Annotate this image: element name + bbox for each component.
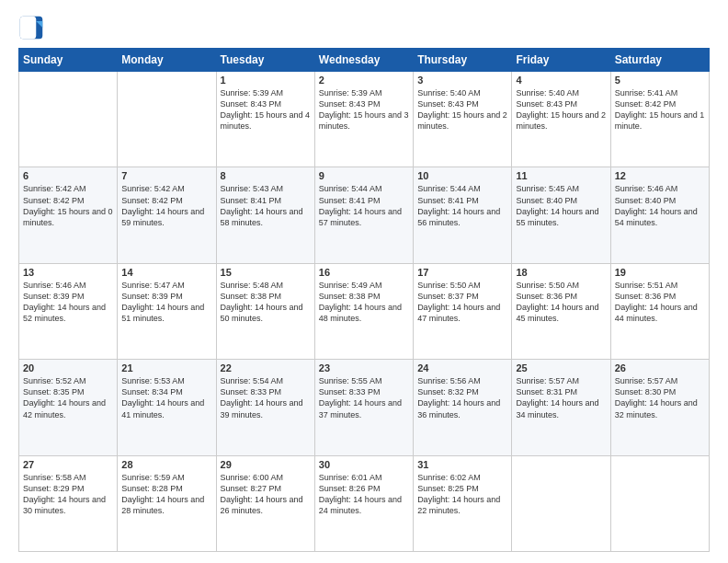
- day-info: Sunrise: 5:43 AMSunset: 8:41 PMDaylight:…: [221, 183, 311, 228]
- day-number: 20: [23, 362, 113, 373]
- day-info: Sunrise: 5:40 AMSunset: 8:43 PMDaylight:…: [516, 87, 606, 132]
- calendar-cell: 23Sunrise: 5:55 AMSunset: 8:33 PMDayligh…: [314, 360, 413, 455]
- page: SundayMondayTuesdayWednesdayThursdayFrid…: [0, 0, 728, 563]
- calendar-week-3: 13Sunrise: 5:46 AMSunset: 8:39 PMDayligh…: [19, 263, 710, 359]
- day-header-wednesday: Wednesday: [314, 49, 413, 72]
- day-info: Sunrise: 5:47 AMSunset: 8:39 PMDaylight:…: [121, 280, 211, 325]
- calendar-cell: 21Sunrise: 5:53 AMSunset: 8:34 PMDayligh…: [118, 360, 216, 455]
- calendar-cell: 29Sunrise: 6:00 AMSunset: 8:27 PMDayligh…: [216, 455, 314, 551]
- day-info: Sunrise: 5:39 AMSunset: 8:43 PMDaylight:…: [221, 87, 311, 132]
- day-info: Sunrise: 5:51 AMSunset: 8:36 PMDaylight:…: [615, 280, 705, 325]
- day-header-monday: Monday: [118, 49, 216, 72]
- day-number: 9: [319, 170, 409, 181]
- day-number: 8: [221, 170, 311, 181]
- day-info: Sunrise: 6:02 AMSunset: 8:25 PMDaylight:…: [417, 472, 507, 517]
- calendar-cell: 27Sunrise: 5:58 AMSunset: 8:29 PMDayligh…: [19, 455, 118, 551]
- day-header-thursday: Thursday: [414, 49, 512, 72]
- day-info: Sunrise: 5:53 AMSunset: 8:34 PMDaylight:…: [121, 375, 211, 420]
- day-number: 17: [417, 267, 507, 278]
- day-number: 7: [121, 170, 211, 181]
- day-info: Sunrise: 5:41 AMSunset: 8:42 PMDaylight:…: [615, 87, 705, 132]
- day-number: 22: [221, 362, 311, 373]
- calendar-cell: [118, 72, 216, 167]
- day-info: Sunrise: 5:46 AMSunset: 8:39 PMDaylight:…: [23, 280, 113, 325]
- day-info: Sunrise: 5:48 AMSunset: 8:38 PMDaylight:…: [221, 280, 311, 325]
- day-number: 14: [121, 267, 211, 278]
- calendar-cell: 11Sunrise: 5:45 AMSunset: 8:40 PMDayligh…: [512, 167, 610, 263]
- calendar-cell: 17Sunrise: 5:50 AMSunset: 8:37 PMDayligh…: [414, 263, 512, 359]
- day-number: 26: [615, 362, 705, 373]
- day-number: 12: [615, 170, 705, 181]
- calendar-week-5: 27Sunrise: 5:58 AMSunset: 8:29 PMDayligh…: [19, 455, 710, 551]
- calendar-cell: 5Sunrise: 5:41 AMSunset: 8:42 PMDaylight…: [610, 72, 709, 167]
- calendar-cell: 16Sunrise: 5:49 AMSunset: 8:38 PMDayligh…: [314, 263, 413, 359]
- calendar-cell: 6Sunrise: 5:42 AMSunset: 8:42 PMDaylight…: [19, 167, 118, 263]
- day-number: 27: [23, 459, 113, 470]
- calendar-cell: 9Sunrise: 5:44 AMSunset: 8:41 PMDaylight…: [314, 167, 413, 263]
- day-info: Sunrise: 5:46 AMSunset: 8:40 PMDaylight:…: [615, 183, 705, 228]
- day-header-tuesday: Tuesday: [216, 49, 314, 72]
- calendar-cell: 14Sunrise: 5:47 AMSunset: 8:39 PMDayligh…: [118, 263, 216, 359]
- calendar-cell: 28Sunrise: 5:59 AMSunset: 8:28 PMDayligh…: [118, 455, 216, 551]
- day-number: 4: [516, 75, 606, 86]
- calendar-cell: [512, 455, 610, 551]
- calendar-cell: 25Sunrise: 5:57 AMSunset: 8:31 PMDayligh…: [512, 360, 610, 455]
- calendar-cell: 13Sunrise: 5:46 AMSunset: 8:39 PMDayligh…: [19, 263, 118, 359]
- logo-icon: [18, 15, 44, 40]
- calendar-header-row: SundayMondayTuesdayWednesdayThursdayFrid…: [19, 49, 710, 72]
- day-number: 18: [516, 267, 606, 278]
- day-info: Sunrise: 5:42 AMSunset: 8:42 PMDaylight:…: [121, 183, 211, 228]
- calendar-cell: 10Sunrise: 5:44 AMSunset: 8:41 PMDayligh…: [414, 167, 512, 263]
- day-number: 28: [121, 459, 211, 470]
- svg-rect-2: [20, 17, 37, 40]
- calendar-week-2: 6Sunrise: 5:42 AMSunset: 8:42 PMDaylight…: [19, 167, 710, 263]
- day-info: Sunrise: 5:44 AMSunset: 8:41 PMDaylight:…: [417, 183, 507, 228]
- day-info: Sunrise: 5:56 AMSunset: 8:32 PMDaylight:…: [417, 375, 507, 420]
- day-info: Sunrise: 5:57 AMSunset: 8:31 PMDaylight:…: [516, 375, 606, 420]
- header: [18, 15, 710, 40]
- day-info: Sunrise: 5:42 AMSunset: 8:42 PMDaylight:…: [23, 183, 113, 228]
- calendar-cell: 22Sunrise: 5:54 AMSunset: 8:33 PMDayligh…: [216, 360, 314, 455]
- day-number: 21: [121, 362, 211, 373]
- calendar-cell: 7Sunrise: 5:42 AMSunset: 8:42 PMDaylight…: [118, 167, 216, 263]
- calendar-cell: 19Sunrise: 5:51 AMSunset: 8:36 PMDayligh…: [610, 263, 709, 359]
- day-number: 23: [319, 362, 409, 373]
- calendar-cell: 4Sunrise: 5:40 AMSunset: 8:43 PMDaylight…: [512, 72, 610, 167]
- calendar-cell: 30Sunrise: 6:01 AMSunset: 8:26 PMDayligh…: [314, 455, 413, 551]
- calendar-cell: 24Sunrise: 5:56 AMSunset: 8:32 PMDayligh…: [414, 360, 512, 455]
- calendar-cell: 26Sunrise: 5:57 AMSunset: 8:30 PMDayligh…: [610, 360, 709, 455]
- calendar-week-1: 1Sunrise: 5:39 AMSunset: 8:43 PMDaylight…: [19, 72, 710, 167]
- calendar-cell: 18Sunrise: 5:50 AMSunset: 8:36 PMDayligh…: [512, 263, 610, 359]
- logo: [18, 15, 48, 40]
- day-header-friday: Friday: [512, 49, 610, 72]
- day-info: Sunrise: 5:52 AMSunset: 8:35 PMDaylight:…: [23, 375, 113, 420]
- day-info: Sunrise: 5:57 AMSunset: 8:30 PMDaylight:…: [615, 375, 705, 420]
- calendar-table: SundayMondayTuesdayWednesdayThursdayFrid…: [18, 48, 710, 552]
- day-number: 31: [417, 459, 507, 470]
- calendar-cell: 8Sunrise: 5:43 AMSunset: 8:41 PMDaylight…: [216, 167, 314, 263]
- day-number: 3: [417, 75, 507, 86]
- day-number: 1: [221, 75, 311, 86]
- day-number: 19: [615, 267, 705, 278]
- day-number: 16: [319, 267, 409, 278]
- day-number: 5: [615, 75, 705, 86]
- calendar-cell: [19, 72, 118, 167]
- day-info: Sunrise: 5:58 AMSunset: 8:29 PMDaylight:…: [23, 472, 113, 517]
- calendar-cell: 31Sunrise: 6:02 AMSunset: 8:25 PMDayligh…: [414, 455, 512, 551]
- day-info: Sunrise: 5:50 AMSunset: 8:37 PMDaylight:…: [417, 280, 507, 325]
- day-number: 11: [516, 170, 606, 181]
- calendar-cell: [610, 455, 709, 551]
- calendar-cell: 15Sunrise: 5:48 AMSunset: 8:38 PMDayligh…: [216, 263, 314, 359]
- day-info: Sunrise: 5:55 AMSunset: 8:33 PMDaylight:…: [319, 375, 409, 420]
- day-info: Sunrise: 5:40 AMSunset: 8:43 PMDaylight:…: [417, 87, 507, 132]
- day-number: 13: [23, 267, 113, 278]
- day-info: Sunrise: 5:45 AMSunset: 8:40 PMDaylight:…: [516, 183, 606, 228]
- day-number: 29: [221, 459, 311, 470]
- day-info: Sunrise: 6:00 AMSunset: 8:27 PMDaylight:…: [221, 472, 311, 517]
- day-info: Sunrise: 5:50 AMSunset: 8:36 PMDaylight:…: [516, 280, 606, 325]
- day-info: Sunrise: 5:44 AMSunset: 8:41 PMDaylight:…: [319, 183, 409, 228]
- day-info: Sunrise: 5:59 AMSunset: 8:28 PMDaylight:…: [121, 472, 211, 517]
- day-number: 15: [221, 267, 311, 278]
- day-number: 2: [319, 75, 409, 86]
- day-header-saturday: Saturday: [610, 49, 709, 72]
